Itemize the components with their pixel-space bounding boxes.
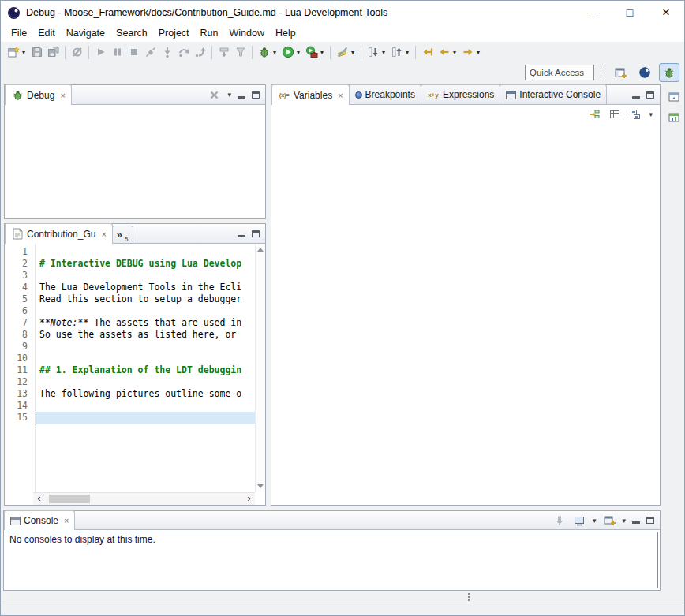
display-console-icon[interactable]: [573, 513, 586, 527]
tab-breakpoints[interactable]: Breakpoints: [349, 84, 421, 104]
forward-button[interactable]: ▾: [459, 43, 483, 61]
editor-line-1[interactable]: 1: [5, 246, 255, 258]
minimize-view-icon[interactable]: [632, 517, 640, 524]
scroll-left-icon[interactable]: ‹: [33, 493, 45, 505]
use-step-filters-button[interactable]: [232, 43, 249, 61]
vertical-scrollbar[interactable]: [255, 244, 265, 492]
suspend-button[interactable]: [109, 43, 125, 61]
restore-view-button-2[interactable]: [666, 110, 682, 125]
tab-console[interactable]: Console ×: [4, 510, 75, 530]
line-number[interactable]: 11: [5, 364, 35, 376]
editor-line-7[interactable]: 7**Note:** The assets that are used in: [5, 317, 255, 329]
show-logical-structure-icon[interactable]: [587, 108, 601, 121]
minimize-window-button[interactable]: ─: [575, 1, 612, 24]
display-console-dropdown-icon[interactable]: ▾: [593, 517, 597, 525]
scroll-down-icon[interactable]: [257, 484, 264, 488]
collapse-all-icon[interactable]: [628, 108, 642, 121]
maximize-view-icon[interactable]: [252, 230, 260, 237]
editor-line-8[interactable]: 8So use the assets as listed here, or: [5, 329, 255, 341]
tab-variables[interactable]: (x)= Variables ×: [271, 84, 350, 105]
step-into-button[interactable]: [159, 43, 175, 61]
editor-line-3[interactable]: 3: [5, 270, 255, 282]
mark-occurrences-dropdown-icon[interactable]: ▾: [350, 49, 356, 56]
save-all-button[interactable]: [45, 43, 62, 61]
line-number[interactable]: 1: [5, 246, 35, 258]
editor-line-2[interactable]: 2# Interactive DEBUG using Lua Develop: [5, 258, 255, 270]
line-number[interactable]: 13: [5, 388, 35, 400]
show-type-names-icon[interactable]: [608, 108, 621, 121]
line-number[interactable]: 15: [5, 412, 35, 424]
close-tab-icon[interactable]: ×: [101, 230, 106, 239]
menu-search[interactable]: Search: [110, 26, 153, 40]
close-tab-icon[interactable]: ×: [60, 91, 65, 100]
menu-file[interactable]: File: [6, 26, 32, 40]
new-button[interactable]: ▾: [5, 43, 28, 61]
editor-line-6[interactable]: 6: [5, 305, 255, 317]
step-return-button[interactable]: [192, 43, 208, 61]
scroll-up-icon[interactable]: [257, 248, 264, 252]
next-annotation-dropdown-icon[interactable]: ▾: [380, 49, 387, 56]
menu-edit[interactable]: Edit: [32, 26, 61, 40]
view-menu-icon[interactable]: ▾: [227, 91, 231, 99]
drop-to-frame-button[interactable]: [215, 43, 232, 61]
scrollbar-thumb[interactable]: [49, 495, 90, 503]
hidden-editors-chevron[interactable]: » 5: [112, 226, 133, 243]
menu-project[interactable]: Project: [153, 26, 195, 40]
last-edit-location-button[interactable]: [419, 43, 436, 61]
resume-button[interactable]: [92, 43, 109, 61]
open-console-dropdown-icon[interactable]: ▾: [622, 517, 626, 525]
close-window-button[interactable]: ×: [648, 1, 684, 24]
run-dropdown-icon[interactable]: ▾: [295, 49, 301, 56]
line-number[interactable]: 8: [5, 329, 35, 341]
maximize-view-icon[interactable]: [646, 517, 654, 524]
close-tab-icon[interactable]: ×: [338, 91, 342, 100]
step-over-button[interactable]: [175, 43, 192, 61]
next-annotation-button[interactable]: ▾: [365, 43, 388, 61]
line-number[interactable]: 14: [5, 400, 35, 412]
line-number[interactable]: 4: [5, 282, 35, 293]
restore-view-button-1[interactable]: [666, 89, 682, 105]
view-menu-icon[interactable]: ▾: [649, 110, 653, 118]
minimize-view-icon[interactable]: [238, 91, 245, 99]
external-tools-button[interactable]: ▾: [303, 43, 327, 61]
console-content[interactable]: No consoles to display at this time.: [6, 532, 658, 588]
line-number[interactable]: 7: [5, 317, 35, 329]
quick-access-input[interactable]: Quick Access: [525, 65, 594, 80]
horizontal-scrollbar[interactable]: ‹ ›: [33, 492, 255, 505]
scroll-right-icon[interactable]: ›: [243, 493, 255, 505]
editor-line-11[interactable]: 11## 1. Explanation of the LDT debuggin: [5, 364, 255, 376]
minimize-view-icon[interactable]: [238, 230, 245, 237]
line-number[interactable]: 6: [5, 305, 35, 317]
debug-dropdown-icon[interactable]: ▾: [271, 49, 278, 56]
menu-help[interactable]: Help: [270, 26, 301, 40]
scrollbar-track[interactable]: [45, 493, 243, 505]
previous-annotation-dropdown-icon[interactable]: ▾: [404, 49, 410, 56]
editor-line-9[interactable]: 9: [5, 341, 255, 353]
debug-button[interactable]: ▾: [256, 43, 279, 61]
editor-line-4[interactable]: 4The Lua Development Tools in the Ecli: [5, 282, 255, 293]
menu-navigate[interactable]: Navigate: [61, 26, 110, 40]
menu-run[interactable]: Run: [195, 26, 224, 40]
maximize-view-icon[interactable]: [252, 91, 260, 99]
editor-line-5[interactable]: 5Read this section to setup a debugger: [5, 293, 255, 305]
disconnect-all-icon[interactable]: [208, 88, 221, 102]
close-tab-icon[interactable]: ×: [64, 516, 69, 525]
editor-line-12[interactable]: 12: [5, 376, 255, 388]
save-button[interactable]: [28, 43, 45, 61]
editor-line-13[interactable]: 13The following pictures outline some o: [5, 388, 255, 400]
debug-perspective-button[interactable]: [659, 63, 679, 82]
disconnect-button[interactable]: [142, 43, 159, 61]
pin-console-icon[interactable]: [553, 513, 567, 527]
line-number[interactable]: 3: [5, 270, 35, 282]
line-number[interactable]: 9: [5, 341, 35, 353]
tab-expressions[interactable]: x+y Expressions: [421, 84, 500, 104]
tab-interactive-console[interactable]: Interactive Console: [500, 84, 607, 104]
minimize-view-icon[interactable]: [632, 91, 640, 99]
back-dropdown-icon[interactable]: ▾: [451, 49, 458, 56]
line-number[interactable]: 10: [5, 353, 35, 364]
external-tools-dropdown-icon[interactable]: ▾: [319, 49, 325, 56]
line-number[interactable]: 5: [5, 293, 35, 305]
terminate-button[interactable]: [125, 43, 142, 61]
forward-dropdown-icon[interactable]: ▾: [475, 49, 481, 56]
editor-line-15[interactable]: 15: [5, 412, 255, 424]
